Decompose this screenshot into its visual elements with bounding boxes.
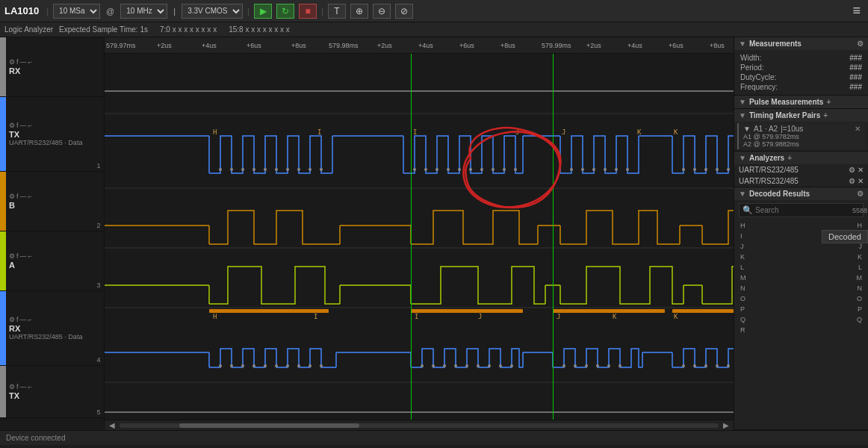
gear-icon3[interactable]: ⚙ bbox=[9, 193, 15, 200]
timing-pair-x-icon[interactable]: ✕ bbox=[855, 125, 861, 133]
format-icon3[interactable]: f bbox=[16, 193, 19, 200]
ch-range2: 15:8 x x x x x x x x bbox=[229, 25, 290, 34]
svg-point-44 bbox=[626, 168, 629, 171]
waveform-area: 579.97ms +2us +4us +6us +8us 579.98ms +2… bbox=[105, 37, 734, 430]
analyzers-plus-icon[interactable]: + bbox=[787, 154, 792, 162]
measurements-header[interactable]: ▼ Measurements ⚙ bbox=[734, 37, 868, 50]
scroll-track[interactable] bbox=[120, 423, 719, 428]
svg-text:J: J bbox=[515, 128, 519, 136]
svg-point-122 bbox=[693, 364, 696, 367]
svg-point-113 bbox=[499, 364, 502, 367]
timing-plus-icon[interactable]: + bbox=[823, 111, 828, 119]
analyzer-1-name: UART/RS232/485 bbox=[739, 166, 799, 174]
svg-point-27 bbox=[309, 168, 311, 171]
svg-point-39 bbox=[570, 168, 573, 171]
timing-pair: ▼ A1 · A2 |=10us ✕ A1 @ 579.9782ms A2 @ … bbox=[737, 123, 865, 149]
analyzer-2-icons: ⚙ ✕ bbox=[849, 177, 864, 185]
analyzer-1-x-icon[interactable]: ✕ bbox=[858, 166, 864, 174]
sample-time-label: Expected Sample Time: 1s bbox=[59, 25, 148, 34]
ch-num-5: 5 bbox=[93, 408, 104, 417]
meas-period: Period: ### bbox=[740, 63, 862, 72]
gear-icon6[interactable]: ⚙ bbox=[9, 383, 15, 391]
voltage-dropdown[interactable]: 3.3V CMOS bbox=[182, 4, 243, 19]
subbar: Logic Analyzer Expected Sample Time: 1s … bbox=[0, 22, 868, 37]
analyzer-item-2: UART/RS232/485 ⚙ ✕ bbox=[734, 175, 868, 187]
svg-rect-79 bbox=[411, 309, 523, 313]
svg-point-20 bbox=[230, 168, 233, 171]
meas-frequency-key: Frequency: bbox=[740, 83, 778, 91]
zoom-fit-button[interactable]: ⊘ bbox=[395, 4, 413, 19]
gear-icon2[interactable]: ⚙ bbox=[9, 122, 15, 129]
svg-point-26 bbox=[297, 168, 300, 171]
ch-tx-bot-icons: ⚙ f — ⌐ bbox=[9, 383, 90, 391]
analyzers-header[interactable]: ▼ Analyzers + bbox=[734, 152, 868, 164]
zoom-in-button[interactable]: ⊕ bbox=[350, 4, 368, 19]
stop-button[interactable]: ■ bbox=[299, 4, 317, 19]
search-icon: 🔍 bbox=[743, 205, 753, 215]
alpha-L: LL bbox=[739, 262, 864, 273]
svg-point-47 bbox=[704, 168, 707, 171]
svg-point-120 bbox=[619, 364, 621, 367]
svg-point-24 bbox=[275, 168, 278, 171]
ch-rx-bot-sub: UART/RS232/485 · Data bbox=[9, 333, 90, 340]
ch-a-name: A bbox=[9, 261, 90, 270]
sample-rate-dropdown[interactable]: 10 MSa bbox=[53, 4, 100, 19]
pulse-arrow: ▼ bbox=[739, 98, 746, 106]
svg-point-23 bbox=[264, 168, 267, 171]
svg-point-116 bbox=[574, 364, 577, 367]
play-button[interactable]: ▶ bbox=[254, 4, 272, 19]
svg-text:H: H bbox=[213, 313, 217, 320]
horizontal-scrollbar[interactable]: ◀ ▶ bbox=[105, 420, 734, 430]
timing-collapse-arrow[interactable]: ▼ bbox=[743, 125, 751, 133]
analyzer-2-gear-icon[interactable]: ⚙ bbox=[849, 177, 855, 185]
freq-dropdown[interactable]: 10 MHz bbox=[120, 4, 167, 19]
svg-rect-82 bbox=[702, 309, 734, 313]
meas-width-key: Width: bbox=[740, 54, 761, 62]
measurements-gear-icon[interactable]: ⚙ bbox=[857, 40, 864, 48]
ch-tx-sub: UART/RS232/485 · Data bbox=[9, 139, 90, 146]
decoded-gear-icon[interactable]: ⚙ bbox=[857, 190, 864, 198]
single-button[interactable]: ↻ bbox=[276, 4, 294, 19]
analyzer-2-x-icon[interactable]: ✕ bbox=[858, 177, 864, 185]
decoded-search-input[interactable] bbox=[755, 206, 850, 214]
svg-point-99 bbox=[252, 364, 255, 367]
format-icon2[interactable]: f bbox=[16, 122, 19, 129]
pulse-plus-icon[interactable]: + bbox=[826, 98, 831, 106]
channel-rx-top: ⚙ f — ⌐ RX bbox=[0, 37, 104, 97]
svg-point-38 bbox=[514, 168, 517, 171]
format-icon4[interactable]: f bbox=[16, 252, 19, 260]
svg-text:J: J bbox=[562, 128, 565, 136]
minus-icon2: — bbox=[20, 122, 27, 129]
cursor-a2 bbox=[553, 54, 554, 420]
svg-text:I: I bbox=[314, 313, 317, 320]
decoded-header[interactable]: ▼ Decoded Results ⚙ bbox=[734, 187, 868, 200]
scroll-left-arrow[interactable]: ◀ bbox=[108, 421, 117, 429]
alpha-H: HH bbox=[739, 220, 864, 231]
ch-num-1: 1 bbox=[93, 162, 104, 171]
analyzer-1-gear-icon[interactable]: ⚙ bbox=[849, 166, 855, 174]
gear-icon5[interactable]: ⚙ bbox=[9, 316, 15, 323]
svg-point-21 bbox=[241, 168, 244, 171]
meas-period-key: Period: bbox=[740, 63, 764, 72]
gear-icon4[interactable]: ⚙ bbox=[9, 252, 15, 260]
gear-icon[interactable]: ⚙ bbox=[9, 58, 15, 66]
timing-header[interactable]: ▼ Timing Marker Pairs + bbox=[734, 109, 868, 122]
svg-point-121 bbox=[682, 364, 685, 367]
text-tool-button[interactable]: T bbox=[328, 4, 346, 19]
svg-point-102 bbox=[286, 364, 289, 367]
svg-point-32 bbox=[447, 168, 450, 171]
format-icon[interactable]: f bbox=[16, 58, 19, 66]
zoom-out-button[interactable]: ⊖ bbox=[373, 4, 391, 19]
alpha-Q: QQ bbox=[739, 314, 864, 325]
svg-point-40 bbox=[581, 168, 584, 171]
meas-dutycycle: DutyCycle: ### bbox=[740, 72, 862, 82]
topbar: LA1010 | 10 MSa @ 10 MHz | 3.3V CMOS | ▶… bbox=[0, 0, 868, 22]
menu-button[interactable]: ≡ bbox=[849, 3, 864, 19]
format-icon5[interactable]: f bbox=[16, 316, 19, 323]
waveform-scroll[interactable]: H I I J J K K L H I I J J K K L bbox=[105, 54, 734, 420]
scroll-right-arrow[interactable]: ▶ bbox=[722, 421, 731, 429]
scroll-thumb[interactable] bbox=[179, 423, 359, 428]
ch-tx-bot-name: TX bbox=[9, 391, 90, 400]
pulse-header[interactable]: ▼ Pulse Measurements + bbox=[734, 96, 868, 108]
format-icon6[interactable]: f bbox=[16, 383, 19, 391]
